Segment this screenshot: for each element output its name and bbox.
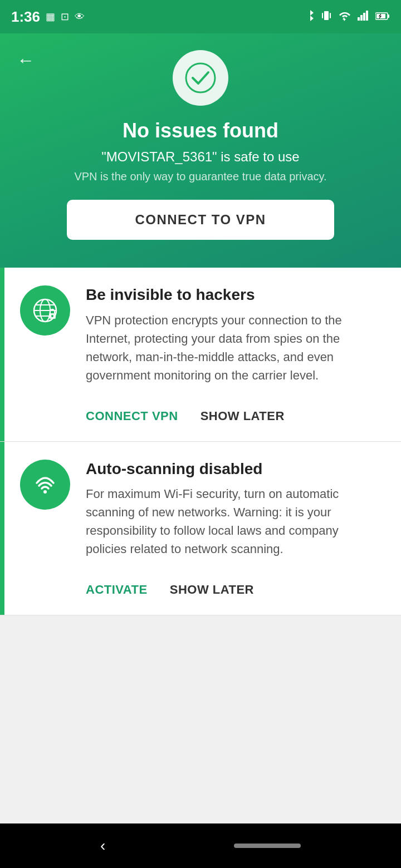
hero-section: ← No issues found "MOVISTAR_5361" is saf…: [0, 33, 401, 268]
hero-description: VPN is the only way to guarantee true da…: [74, 170, 326, 183]
connect-vpn-action-button[interactable]: CONNECT VPN: [86, 409, 178, 423]
hero-title: No issues found: [123, 119, 278, 142]
nav-back-button[interactable]: ‹: [100, 837, 105, 855]
bluetooth-icon: [305, 9, 315, 24]
globe-lock-icon: [31, 297, 59, 324]
wifi-icon-circle: [20, 460, 70, 510]
check-icon: [185, 62, 216, 93]
svg-rect-5: [363, 13, 365, 21]
svg-rect-3: [358, 17, 360, 21]
card-accent-2: [0, 442, 4, 615]
card-title-autoscan: Auto-scanning disabled: [86, 460, 381, 479]
signal-icon: [358, 11, 370, 23]
status-time: 1:36: [11, 8, 40, 26]
vpn-card: Be invisible to hackers VPN protection e…: [0, 268, 401, 442]
status-bar: 1:36 ▦ ⊡ 👁: [0, 0, 401, 33]
svg-point-17: [51, 315, 53, 317]
notification-icon: ▦: [46, 11, 55, 23]
cards-section: Be invisible to hackers VPN protection e…: [0, 268, 401, 615]
card-title-vpn: Be invisible to hackers: [86, 285, 381, 304]
card-accent: [0, 268, 4, 441]
globe-lock-icon-circle: [20, 285, 70, 336]
photo-icon: ⊡: [61, 11, 69, 23]
activate-button[interactable]: ACTIVATE: [86, 583, 148, 597]
show-later-autoscan-button[interactable]: SHOW LATER: [170, 583, 254, 597]
spy-icon: 👁: [75, 11, 85, 23]
battery-icon: [375, 11, 390, 23]
card-body-vpn: VPN protection encrypts your connection …: [86, 311, 381, 384]
card-body-autoscan: For maximum Wi-Fi security, turn on auto…: [86, 485, 381, 558]
home-indicator[interactable]: [234, 844, 301, 848]
svg-point-10: [186, 63, 215, 92]
svg-rect-4: [360, 15, 363, 21]
svg-rect-1: [322, 13, 323, 18]
svg-rect-6: [366, 11, 368, 21]
vibrate-icon: [321, 10, 332, 24]
back-button[interactable]: ←: [17, 50, 35, 71]
success-icon-circle: [173, 50, 228, 106]
wifi-lightning-icon: [338, 10, 352, 24]
svg-point-18: [43, 490, 47, 494]
nav-bar: ‹: [0, 823, 401, 868]
autoscan-card: Auto-scanning disabled For maximum Wi-Fi…: [0, 442, 401, 616]
connect-to-vpn-button[interactable]: CONNECT TO VPN: [67, 200, 334, 240]
svg-rect-2: [330, 13, 331, 18]
hero-subtitle: "MOVISTAR_5361" is safe to use: [101, 149, 299, 165]
svg-rect-0: [324, 11, 329, 20]
wifi-icon: [31, 471, 59, 499]
gray-bottom-area: [0, 615, 401, 749]
show-later-vpn-button[interactable]: SHOW LATER: [200, 409, 285, 423]
svg-rect-8: [388, 14, 389, 18]
